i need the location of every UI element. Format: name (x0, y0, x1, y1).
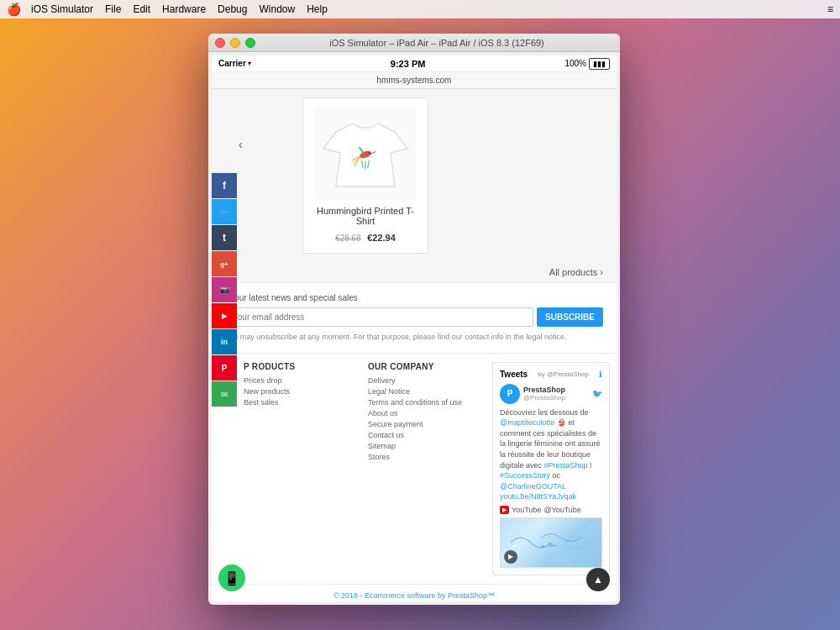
menu-hardware[interactable]: Hardware (162, 3, 206, 15)
footer-legal-notice[interactable]: Legal Notice (368, 387, 486, 396)
linkedin-icon: in (221, 338, 228, 346)
footer-delivery[interactable]: Delivery (368, 376, 486, 385)
footer-best-sales[interactable]: Best sales (244, 398, 361, 407)
footer-secure-payment[interactable]: Secure payment (368, 420, 486, 428)
svg-text:Dt+: Dt+ (549, 543, 557, 548)
tweet-handle: @PrestaShop (523, 394, 565, 402)
product-price-new: €22.94 (367, 233, 396, 243)
linkedin-button[interactable]: in (212, 329, 237, 354)
tweet-text: Découvrez les dessous de @maptiteculotte… (500, 407, 602, 502)
copyright-text: © 2018 - Ecommerce software by PrestaSho… (333, 591, 495, 600)
twitter-icon-small: 🐦 (592, 389, 602, 398)
googleplus-button[interactable]: g+ (212, 251, 237, 276)
footer-tweets-col: Tweets by @PrestaShop ℹ P PrestaShop @Pr… (492, 362, 610, 575)
maximize-button[interactable] (245, 38, 255, 48)
product-section: Hummingbird Printed T-Shirt €28.68 €22.9… (212, 89, 617, 262)
pinterest-button[interactable]: P (212, 355, 237, 381)
tweet-link-5[interactable]: youtu.be/N8tSYaJvqak (500, 492, 576, 501)
menu-debug[interactable]: Debug (218, 3, 247, 15)
url-text: hmms-systems.com (377, 76, 452, 85)
menu-file[interactable]: File (105, 3, 121, 15)
menu-edit[interactable]: Edit (133, 3, 150, 15)
footer-terms[interactable]: Terms and conditions of use (368, 398, 486, 407)
youtube-social-button[interactable]: ▶ (212, 303, 237, 328)
email-button[interactable]: ✉ (212, 381, 237, 407)
instagram-button[interactable]: 📷 (212, 277, 237, 302)
twitter-button[interactable]: 🐦 (212, 199, 237, 224)
tweet-link-2[interactable]: #PrestaShop (544, 461, 588, 470)
twitter-icon: 🐦 (219, 207, 229, 217)
footer-company-title: OUR COMPANY (368, 362, 486, 371)
ios-battery: 100% ▮▮▮ (564, 58, 610, 70)
tweets-header: Tweets by @PrestaShop ℹ (500, 370, 602, 379)
video-placeholder[interactable]: m Dt+ ▶ (500, 517, 602, 568)
tweet-link-4[interactable]: @CharlineGOUTAL (500, 482, 566, 491)
ios-carrier: Carrier (218, 59, 246, 68)
facebook-icon: f (223, 180, 226, 192)
footer-prices-drop[interactable]: Prices drop (244, 376, 361, 385)
tweet-link-3[interactable]: #SuccessStory (500, 471, 550, 480)
footer-contact[interactable]: Contact us (368, 431, 486, 439)
battery-percent: 100% (564, 59, 586, 68)
footer-copyright: © 2018 - Ecommerce software by PrestaSho… (212, 584, 617, 601)
minimize-button[interactable] (230, 38, 240, 48)
menu-ios-simulator[interactable]: iOS Simulator (31, 3, 93, 15)
newsletter-form: SUBSCRIBE (225, 307, 603, 327)
ios-url-bar[interactable]: hmms-systems.com (212, 72, 617, 89)
svg-point-3 (566, 537, 586, 549)
newsletter-email-input[interactable] (225, 307, 533, 327)
apple-icon[interactable]: 🍎 (7, 3, 21, 16)
social-sidebar: f 🐦 t g+ 📷 ▶ in (212, 173, 237, 407)
menu-right-icon: ≡ (827, 3, 833, 15)
footer-stores[interactable]: Stores (368, 453, 486, 461)
facebook-button[interactable]: f (212, 173, 237, 198)
ios-time: 9:23 PM (251, 59, 565, 69)
youtube-icon: ▶ (222, 312, 228, 320)
product-price-old: €28.68 (335, 234, 361, 243)
menu-help[interactable]: Help (307, 3, 328, 15)
googleplus-icon: g+ (220, 260, 228, 268)
youtube-label: YouTube (512, 506, 541, 514)
window-title: iOS Simulator – iPad Air – iPad Air / iO… (260, 38, 613, 48)
menu-window[interactable]: Window (259, 3, 295, 15)
youtube-handle: @YouTube (543, 506, 581, 514)
product-card[interactable]: Hummingbird Printed T-Shirt €28.68 €22.9… (302, 97, 428, 254)
product-name: Hummingbird Printed T-Shirt (312, 206, 419, 226)
tumblr-icon: t (223, 232, 226, 244)
ios-status-bar: Carrier ▾ 9:23 PM 100% ▮▮▮ (212, 55, 617, 72)
tumblr-button[interactable]: t (212, 225, 237, 250)
svg-text:m: m (541, 544, 544, 549)
tweets-label: Tweets (500, 370, 528, 379)
footer-section: P RODUCTS Prices drop New products Best … (212, 353, 617, 584)
product-pricing: €28.68 €22.94 (312, 229, 419, 244)
simulator-window: iOS Simulator – iPad Air – iPad Air / iO… (208, 34, 620, 605)
back-arrow-button[interactable]: ‹ (239, 138, 243, 151)
info-icon: ℹ (599, 370, 602, 379)
tweet-link-1[interactable]: @maptiteculotte (500, 418, 554, 427)
footer-company-col: OUR COMPANY Delivery Legal Notice Terms … (368, 362, 486, 575)
ios-frame: Carrier ▾ 9:23 PM 100% ▮▮▮ hmms-systems.… (212, 55, 617, 601)
macos-menubar: 🍎 iOS Simulator File Edit Hardware Debug… (0, 0, 840, 18)
close-button[interactable] (215, 38, 225, 48)
subscribe-button[interactable]: SUBSCRIBE (537, 307, 603, 327)
whatsapp-button[interactable]: 📱 (218, 564, 245, 591)
footer-new-products[interactable]: New products (244, 387, 361, 396)
newsletter-section: ot our latest news and special sales SUB… (212, 282, 617, 353)
ios-content[interactable]: f 🐦 t g+ 📷 ▶ in (212, 89, 617, 601)
product-image (315, 107, 416, 199)
video-play-button[interactable]: ▶ (504, 550, 517, 564)
scroll-to-top-button[interactable]: ▲ (586, 568, 610, 591)
youtube-badge: ▶ YouTube @YouTube (500, 506, 602, 514)
tweet-account: P PrestaShop @PrestaShop 🐦 (500, 384, 602, 404)
footer-about[interactable]: About us (368, 409, 486, 417)
battery-icon: ▮▮▮ (589, 58, 610, 70)
tweet-account-name: PrestaShop (523, 386, 565, 394)
window-titlebar: iOS Simulator – iPad Air – iPad Air / iO… (208, 34, 620, 52)
tweet-avatar: P (500, 384, 520, 404)
newsletter-info: You may unsubscribe at any moment. For t… (225, 332, 603, 343)
footer-sitemap[interactable]: Sitemap (368, 442, 486, 450)
footer-grid: P RODUCTS Prices drop New products Best … (244, 362, 610, 575)
instagram-icon: 📷 (220, 286, 229, 294)
all-products-link[interactable]: All products › (212, 262, 617, 282)
chevron-up-icon: ▲ (593, 574, 603, 585)
